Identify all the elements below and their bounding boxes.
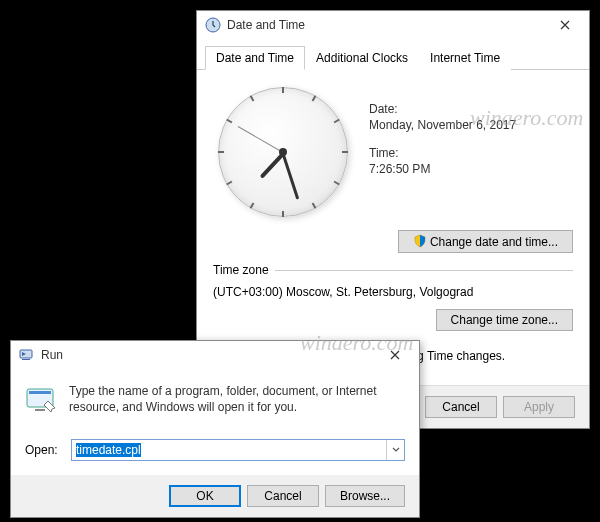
second-hand — [238, 126, 284, 153]
time-label: Time: — [369, 146, 573, 160]
run-ok-button[interactable]: OK — [169, 485, 241, 507]
run-cancel-button[interactable]: Cancel — [247, 485, 319, 507]
time-value: 7:26:50 PM — [369, 162, 573, 176]
svg-rect-4 — [29, 391, 51, 394]
tabs-bar: Date and Time Additional Clocks Internet… — [197, 39, 589, 70]
tab-additional-clocks[interactable]: Additional Clocks — [305, 46, 419, 70]
timezone-value: (UTC+03:00) Moscow, St. Petersburg, Volg… — [213, 285, 573, 299]
run-window-title: Run — [41, 348, 375, 362]
run-input[interactable] — [72, 440, 386, 460]
date-value: Monday, November 6, 2017 — [369, 118, 573, 132]
analog-clock — [213, 82, 353, 222]
divider — [275, 270, 573, 271]
window-title: Date and Time — [227, 18, 545, 32]
close-icon[interactable] — [375, 342, 415, 368]
cancel-button[interactable]: Cancel — [425, 396, 497, 418]
run-program-icon — [25, 383, 59, 417]
chevron-down-icon[interactable] — [386, 440, 404, 460]
date-time-panel: Date: Monday, November 6, 2017 Time: 7:2… — [197, 70, 589, 385]
tab-date-and-time[interactable]: Date and Time — [205, 46, 305, 70]
open-label: Open: — [25, 443, 63, 457]
change-date-time-button[interactable]: Change date and time... — [398, 230, 573, 253]
change-timezone-button[interactable]: Change time zone... — [436, 309, 573, 331]
svg-rect-2 — [22, 359, 30, 360]
date-label: Date: — [369, 102, 573, 116]
tab-internet-time[interactable]: Internet Time — [419, 46, 511, 70]
svg-rect-5 — [35, 409, 45, 411]
close-icon[interactable] — [545, 12, 585, 38]
hour-hand — [260, 153, 285, 179]
clock-icon — [205, 17, 221, 33]
run-browse-button[interactable]: Browse... — [325, 485, 405, 507]
run-dialog: Run Type the name of a program, folder, … — [10, 340, 420, 518]
open-combobox[interactable] — [71, 439, 405, 461]
run-titlebar[interactable]: Run — [11, 341, 419, 369]
apply-button[interactable]: Apply — [503, 396, 575, 418]
date-time-titlebar[interactable]: Date and Time — [197, 11, 589, 39]
shield-icon — [413, 234, 427, 248]
minute-hand — [282, 153, 300, 200]
timezone-label: Time zone — [213, 263, 269, 277]
run-instruction: Type the name of a program, folder, docu… — [69, 383, 405, 417]
run-icon — [19, 347, 35, 363]
